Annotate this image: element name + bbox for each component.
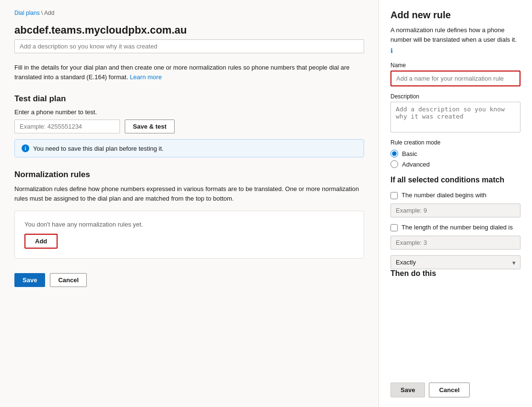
exactly-dropdown-wrapper: Exactly At least No more than — [390, 255, 520, 269]
condition1-row: The number dialed begins with — [390, 191, 520, 200]
name-field-label: Name — [390, 62, 520, 69]
radio-basic-input[interactable] — [390, 150, 398, 157]
condition1-checkbox[interactable] — [390, 192, 398, 199]
condition2-label: The length of the number being dialed is — [402, 223, 513, 232]
condition2-input[interactable] — [390, 236, 520, 250]
radio-advanced[interactable]: Advanced — [390, 160, 520, 168]
then-do-this-title: Then do this — [390, 269, 520, 278]
panel-save-button[interactable]: Save — [390, 383, 425, 397]
condition2-checkbox[interactable] — [390, 224, 398, 231]
test-dial-plan-title: Test dial plan — [14, 94, 364, 104]
panel-cancel-button[interactable]: Cancel — [429, 383, 470, 397]
save-button[interactable]: Save — [14, 273, 45, 287]
phone-number-input[interactable] — [14, 120, 120, 133]
exactly-dropdown[interactable]: Exactly At least No more than — [390, 255, 520, 269]
normalization-rules-title: Normalization rules — [14, 170, 364, 180]
info-link-icon[interactable]: ℹ — [390, 47, 520, 54]
info-text: Fill in the details for your dial plan a… — [14, 63, 364, 82]
test-label: Enter a phone number to test. — [14, 108, 364, 116]
right-panel: Add new rule A normalization rule define… — [378, 0, 532, 407]
description-field-label: Description — [390, 93, 520, 100]
conditions-title: If all selected conditions match — [390, 176, 520, 184]
learn-more-link[interactable]: Learn more — [130, 73, 162, 81]
description-field-input[interactable] — [390, 102, 520, 132]
add-rule-button[interactable]: Add — [24, 234, 58, 249]
name-field-input[interactable] — [390, 71, 520, 86]
condition1-input[interactable] — [390, 204, 520, 217]
breadcrumb-parent-link[interactable]: Dial plans — [14, 10, 40, 16]
cancel-button[interactable]: Cancel — [50, 273, 87, 287]
bottom-buttons: Save Cancel — [14, 273, 364, 287]
normalization-description: Normalization rules define how phone num… — [14, 184, 364, 203]
condition2-row: The length of the number being dialed is — [390, 223, 520, 232]
rule-creation-mode-group: Basic Advanced — [390, 150, 520, 168]
left-panel: Dial plans \ Add abcdef.teams.mycloudpbx… — [0, 0, 378, 407]
radio-basic[interactable]: Basic — [390, 150, 520, 157]
panel-title: Add new rule — [390, 10, 520, 21]
radio-advanced-label: Advanced — [402, 161, 430, 168]
panel-bottom-buttons: Save Cancel — [390, 375, 520, 397]
info-banner: i You need to save this dial plan before… — [14, 139, 364, 157]
empty-rules-container: You don't have any normalization rules y… — [14, 211, 364, 259]
empty-rules-text: You don't have any normalization rules y… — [24, 221, 354, 228]
condition1-label: The number dialed begins with — [402, 191, 486, 200]
test-row: Save & test — [14, 120, 364, 133]
radio-advanced-input[interactable] — [390, 160, 398, 168]
save-test-button[interactable]: Save & test — [125, 120, 175, 133]
panel-description: A normalization rule defines how a phone… — [390, 25, 520, 44]
radio-basic-label: Basic — [402, 150, 417, 157]
rule-creation-mode-label: Rule creation mode — [390, 139, 520, 146]
page-title: abcdef.teams.mycloudpbx.com.au — [14, 24, 364, 36]
description-input[interactable] — [14, 39, 364, 53]
info-icon: i — [22, 144, 29, 152]
breadcrumb: Dial plans \ Add — [14, 10, 364, 16]
